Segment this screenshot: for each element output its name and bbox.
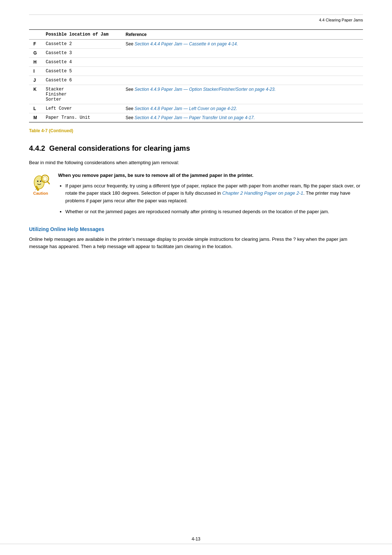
row-label: L	[29, 104, 41, 113]
reference-link[interactable]: Section 4.4.4 Paper Jam — Cassette # on …	[135, 41, 238, 46]
caution-bold-text: When you remove paper jams, be sure to r…	[58, 172, 363, 179]
section-title: General considerations for clearing jams	[49, 144, 190, 152]
caution-icon-area: Caution	[29, 172, 52, 195]
row-reference	[121, 58, 363, 67]
subsection-heading: Utilizing Online Help Messages	[29, 226, 363, 232]
page-header: 4.4 Clearing Paper Jams	[29, 15, 363, 22]
row-reference: See Section 4.4.4 Paper Jam — Cassette #…	[121, 40, 363, 58]
jam-location-table: Possible location of Jam Reference FCass…	[29, 29, 363, 122]
row-location: Cassette 3	[41, 49, 121, 58]
reference-link[interactable]: Section 4.4.7 Paper Jam — Paper Transfer…	[135, 115, 255, 120]
section-number: 4.4.2	[29, 144, 45, 152]
svg-line-7	[47, 181, 49, 184]
row-label: J	[29, 76, 41, 85]
row-reference: See Section 4.4.7 Paper Jam — Paper Tran…	[121, 113, 363, 122]
caution-container: Caution When you remove paper jams, be s…	[29, 172, 363, 219]
row-location: Left Cover	[41, 104, 121, 113]
row-location: Cassette 5	[41, 67, 121, 76]
bullet-item-2: Whether or not the jammed pages are repr…	[65, 208, 363, 215]
row-label: M	[29, 113, 41, 122]
row-reference: See Section 4.4.8 Paper Jam — Left Cover…	[121, 104, 363, 113]
bullet1-link[interactable]: Chapter 2 Handling Paper on page 2-1	[222, 190, 303, 196]
row-reference	[121, 76, 363, 85]
table-header-reference: Reference	[121, 30, 363, 40]
table-row: LLeft CoverSee Section 4.4.8 Paper Jam —…	[29, 104, 363, 113]
section-heading: 4.4.2 General considerations for clearin…	[29, 144, 363, 153]
header-section-ref: 4.4 Clearing Paper Jams	[319, 18, 363, 22]
row-label: H	[29, 58, 41, 67]
reference-link[interactable]: Section 4.4.9 Paper Jam — Option Stacker…	[135, 87, 276, 92]
svg-point-6	[43, 177, 47, 181]
row-location: Cassette 6	[41, 76, 121, 85]
row-reference: See Section 4.4.9 Paper Jam — Option Sta…	[121, 85, 363, 104]
online-help-text: Online help messages are available in th…	[29, 236, 363, 250]
table-row: MPaper Trans. UnitSee Section 4.4.7 Pape…	[29, 113, 363, 122]
caution-icon	[31, 172, 50, 191]
table-header-location: Possible location of Jam	[41, 30, 121, 40]
page-footer: 4-13	[0, 536, 392, 544]
row-location: Paper Trans. Unit	[41, 113, 121, 122]
caution-label-text: Caution	[33, 191, 48, 195]
table-row: KStackerFinisherSorterSee Section 4.4.9 …	[29, 85, 363, 104]
row-location: Cassette 4	[41, 58, 121, 67]
page-number: 4-13	[192, 536, 200, 544]
svg-point-4	[40, 181, 41, 182]
table-row: ICassette 5	[29, 67, 363, 76]
caution-content: When you remove paper jams, be sure to r…	[58, 172, 363, 219]
table-header-label	[29, 30, 41, 40]
caution-bullet-list: If paper jams occur frequently, try usin…	[58, 182, 363, 215]
intro-text: Bear in mind the following consideration…	[29, 159, 363, 166]
row-location: StackerFinisherSorter	[41, 85, 121, 104]
row-label: F	[29, 40, 41, 49]
row-label: I	[29, 67, 41, 76]
table-row: JCassette 6	[29, 76, 363, 85]
row-label: K	[29, 85, 41, 104]
row-reference	[121, 67, 363, 76]
row-label: G	[29, 49, 41, 58]
reference-link[interactable]: Section 4.4.8 Paper Jam — Left Cover on …	[135, 106, 237, 111]
svg-point-3	[37, 181, 38, 182]
table-caption: Table 4-7 (Continued)	[29, 128, 363, 133]
table-row: HCassette 4	[29, 58, 363, 67]
bullet-item-1: If paper jams occur frequently, try usin…	[65, 182, 363, 204]
table-row: FCassette 2See Section 4.4.4 Paper Jam —…	[29, 40, 363, 49]
page-container: 4.4 Clearing Paper Jams Possible locatio…	[0, 0, 392, 555]
row-location: Cassette 2	[41, 40, 121, 49]
